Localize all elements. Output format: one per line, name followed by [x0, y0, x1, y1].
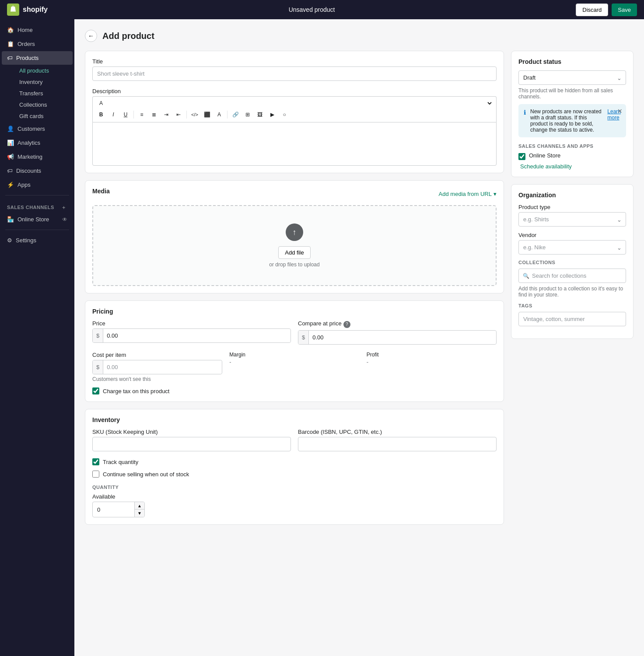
- inventory-card: Inventory SKU (Stock Keeping Unit) Barco…: [85, 409, 504, 525]
- vendor-input[interactable]: [518, 240, 626, 255]
- add-sales-channel-icon[interactable]: ＋: [61, 204, 67, 210]
- price-label: Price: [92, 320, 291, 327]
- search-icon: 🔍: [523, 273, 529, 279]
- sidebar-divider-2: [5, 230, 69, 230]
- barcode-input[interactable]: [298, 437, 497, 451]
- price-input[interactable]: [103, 329, 290, 342]
- toolbar-divider-2: [186, 111, 187, 119]
- list-bullet-button[interactable]: ≡: [136, 109, 147, 120]
- video-button[interactable]: ▶: [266, 109, 278, 120]
- add-file-button[interactable]: Add file: [278, 246, 310, 259]
- indent-button[interactable]: ⇥: [161, 109, 172, 120]
- font-size-select[interactable]: A: [95, 98, 494, 108]
- info-banner-text: New products are now created with a draf…: [530, 108, 603, 133]
- compare-price-input[interactable]: [309, 331, 496, 344]
- online-store-checkbox[interactable]: [518, 153, 525, 160]
- media-upload-area[interactable]: ↑ Add file or drop files to upload: [92, 205, 497, 286]
- charge-tax-checkbox[interactable]: [92, 387, 99, 394]
- upload-icon: ↑: [286, 223, 303, 241]
- link-button[interactable]: 🔗: [230, 109, 241, 120]
- sidebar-label-apps: Apps: [18, 181, 31, 188]
- sidebar-subitem-all-products[interactable]: All products: [14, 65, 73, 76]
- price-field: Price $: [92, 320, 291, 345]
- brand-name: shopify: [23, 6, 48, 14]
- compare-price-input-wrap: $: [298, 330, 497, 345]
- compare-price-label-row: Compare at price ?: [298, 320, 497, 328]
- tags-input[interactable]: [518, 312, 626, 326]
- bold-button[interactable]: B: [95, 109, 107, 120]
- toolbar-divider-1: [133, 111, 134, 119]
- cost-input[interactable]: [103, 360, 222, 374]
- info-icon: ℹ: [524, 109, 526, 116]
- sidebar-item-customers[interactable]: 👤 Customers: [2, 122, 73, 136]
- product-status-title: Product status: [518, 58, 626, 65]
- sidebar-item-apps[interactable]: ⚡ Apps: [2, 178, 73, 192]
- sidebar-item-settings[interactable]: ⚙ Settings: [2, 234, 73, 247]
- page-title-topbar: Unsaved product: [289, 6, 335, 13]
- save-button[interactable]: Save: [612, 3, 637, 16]
- charge-tax-label[interactable]: Charge tax on this product: [103, 388, 169, 394]
- qty-down-button[interactable]: ▼: [135, 509, 144, 517]
- sku-label: SKU (Stock Keeping Unit): [92, 429, 291, 435]
- sidebar-item-discounts[interactable]: 🏷 Discounts: [2, 164, 73, 178]
- settings-icon: ⚙: [7, 237, 12, 244]
- code-button[interactable]: </>: [189, 109, 200, 120]
- continue-selling-label[interactable]: Continue selling when out of stock: [103, 471, 189, 478]
- status-description: This product will be hidden from all sal…: [518, 87, 626, 100]
- continue-selling-checkbox[interactable]: [92, 471, 99, 478]
- outdent-button[interactable]: ⇤: [173, 109, 184, 120]
- discard-button[interactable]: Discard: [576, 3, 608, 16]
- available-input[interactable]: [93, 503, 134, 516]
- sales-channels-section: SALES CHANNELS AND APPS Online Store Sch…: [518, 143, 626, 170]
- sidebar-subitem-transfers[interactable]: Transfers: [14, 88, 73, 99]
- sidebar-item-marketing[interactable]: 📢 Marketing: [2, 150, 73, 164]
- sidebar-item-orders[interactable]: 📋 Orders: [2, 37, 73, 51]
- customers-icon: 👤: [7, 126, 14, 132]
- sku-input[interactable]: [92, 437, 291, 451]
- underline-button[interactable]: U: [120, 109, 131, 120]
- status-select[interactable]: Draft Active: [518, 70, 626, 85]
- qty-up-button[interactable]: ▲: [135, 502, 144, 509]
- profit-label: Profit: [367, 352, 497, 358]
- list-number-button[interactable]: ≣: [148, 109, 160, 120]
- online-store-label[interactable]: Online Store: [529, 152, 560, 159]
- media-header: Media Add media from URL ▾: [92, 188, 497, 200]
- vendor-label: Vendor: [518, 232, 626, 238]
- track-qty-checkbox[interactable]: [92, 458, 99, 465]
- add-media-url-button[interactable]: Add media from URL ▾: [439, 191, 497, 197]
- info-banner-close-button[interactable]: ✕: [617, 108, 623, 115]
- schedule-availability-link[interactable]: Schedule availability: [518, 163, 626, 170]
- back-button[interactable]: ←: [85, 30, 97, 42]
- collections-search-input[interactable]: [518, 269, 626, 283]
- sidebar-item-analytics[interactable]: 📊 Analytics: [2, 136, 73, 150]
- sidebar-divider: [5, 195, 69, 195]
- compare-price-help-icon[interactable]: ?: [343, 321, 350, 328]
- align-left-button[interactable]: ⬛: [201, 109, 213, 120]
- product-type-select-wrap: [518, 212, 626, 227]
- content-grid: Title Description A B I U: [85, 51, 634, 532]
- image-button[interactable]: 🖼: [254, 109, 266, 120]
- more-button[interactable]: ○: [279, 109, 290, 120]
- products-icon: 🏷: [7, 55, 13, 61]
- dropdown-icon: ▾: [494, 191, 497, 197]
- pricing-card: Pricing Price $ Compare at price: [85, 300, 504, 402]
- product-type-input[interactable]: [518, 212, 626, 227]
- vendor-select-wrap: [518, 240, 626, 255]
- table-button[interactable]: ⊞: [242, 109, 253, 120]
- sidebar-label-settings: Settings: [16, 237, 36, 244]
- sidebar-item-products[interactable]: 🏷 Products: [2, 51, 73, 65]
- media-title: Media: [92, 188, 110, 195]
- sidebar-item-home[interactable]: 🏠 Home: [2, 23, 73, 37]
- sidebar-subitem-gift-cards[interactable]: Gift cards: [14, 111, 73, 122]
- text-color-button[interactable]: A: [214, 109, 225, 120]
- price-input-wrap: $: [92, 328, 291, 343]
- sidebar-item-online-store[interactable]: 🏪 Online Store 👁: [2, 213, 73, 226]
- upload-hint: or drop files to upload: [102, 262, 487, 268]
- track-qty-label[interactable]: Track quantity: [103, 459, 138, 465]
- pricing-title: Pricing: [92, 308, 497, 315]
- italic-button[interactable]: I: [108, 109, 119, 120]
- sidebar-subitem-collections[interactable]: Collections: [14, 99, 73, 110]
- description-editor[interactable]: [92, 122, 497, 166]
- sidebar-subitem-inventory[interactable]: Inventory: [14, 77, 73, 87]
- title-input[interactable]: [92, 66, 497, 81]
